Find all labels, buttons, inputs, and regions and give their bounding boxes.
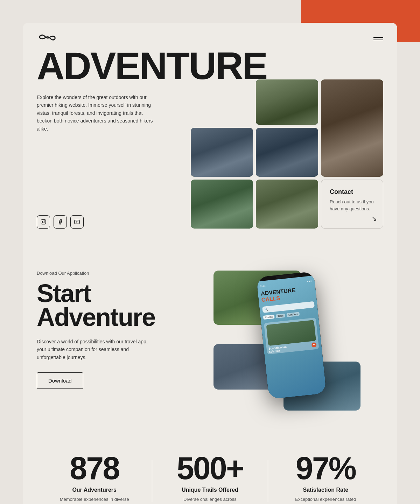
stat-label-2: Unique Trails Offered: [152, 487, 267, 493]
hero-image-4: [256, 128, 318, 177]
hero-content-row: Explore the wonders of the great outdoor…: [37, 79, 383, 229]
stat-desc-3: Exceptional experiences rated highly by …: [290, 496, 360, 504]
hamburger-line-2: [373, 40, 383, 40]
hamburger-line-1: [373, 37, 383, 38]
youtube-button[interactable]: [70, 215, 84, 229]
download-description: Discover a world of possibilities with o…: [37, 338, 156, 361]
svg-marker-3: [77, 221, 78, 223]
stat-label-1: Our Adventurers: [37, 487, 152, 493]
hero-image-6: [256, 180, 318, 229]
download-right: 9:41 ●●● ADVENTURE CALLS 🔍: [191, 271, 383, 411]
contact-text: Reach out to us if you have any question…: [330, 198, 374, 212]
download-left: Download Our Application Start Adventure…: [37, 271, 177, 389]
logo-text: [37, 33, 58, 45]
svg-rect-0: [41, 219, 46, 224]
hamburger-menu[interactable]: [373, 37, 383, 40]
stat-trails: 500+ Unique Trails Offered Diverse chall…: [152, 453, 267, 504]
contact-title: Contact: [330, 188, 374, 196]
stat-number-2: 500+: [152, 453, 267, 484]
stat-number-1: 878: [37, 453, 152, 484]
social-icons: [37, 215, 184, 229]
main-card: ADVENTURE Explore the wonders of the gre…: [23, 23, 397, 504]
stats-section: 878 Our Adventurers Memorable experience…: [23, 432, 397, 504]
stat-label-3: Satisfaction Rate: [268, 487, 383, 493]
hero-image-2: [321, 79, 383, 177]
svg-point-1: [42, 221, 44, 223]
hero-title: ADVENTURE: [37, 48, 383, 83]
logo[interactable]: [37, 33, 58, 45]
hero-left: Explore the wonders of the great outdoor…: [37, 79, 184, 229]
contact-card[interactable]: Contact Reach out to us if you have any …: [321, 180, 383, 229]
hero-image-3: [191, 128, 253, 177]
download-section: Download Our Application Start Adventure…: [23, 243, 397, 432]
stat-desc-1: Memorable experiences in diverse landsca…: [59, 496, 130, 504]
hero-section: ADVENTURE Explore the wonders of the gre…: [23, 48, 397, 243]
phone-mockup: 9:41 ●●● ADVENTURE CALLS 🔍: [256, 271, 327, 399]
hero-description: Explore the wonders of the great outdoor…: [37, 93, 156, 133]
download-title: Start Adventure: [37, 281, 177, 329]
stat-number-3: 97%: [268, 453, 383, 484]
instagram-button[interactable]: [37, 215, 50, 229]
facebook-button[interactable]: [54, 215, 67, 229]
hero-image-5: [191, 180, 253, 229]
contact-arrow-icon: ↘: [371, 214, 377, 223]
download-button[interactable]: Download: [37, 372, 83, 389]
svg-point-2: [44, 220, 45, 221]
stat-adventurers: 878 Our Adventurers Memorable experience…: [37, 453, 152, 504]
download-label: Download Our Application: [37, 271, 177, 276]
hero-image-grid: Contact Reach out to us if you have any …: [191, 79, 383, 229]
stat-satisfaction: 97% Satisfaction Rate Exceptional experi…: [268, 453, 383, 504]
stat-desc-2: Diverse challenges across stunning lands…: [175, 496, 245, 504]
